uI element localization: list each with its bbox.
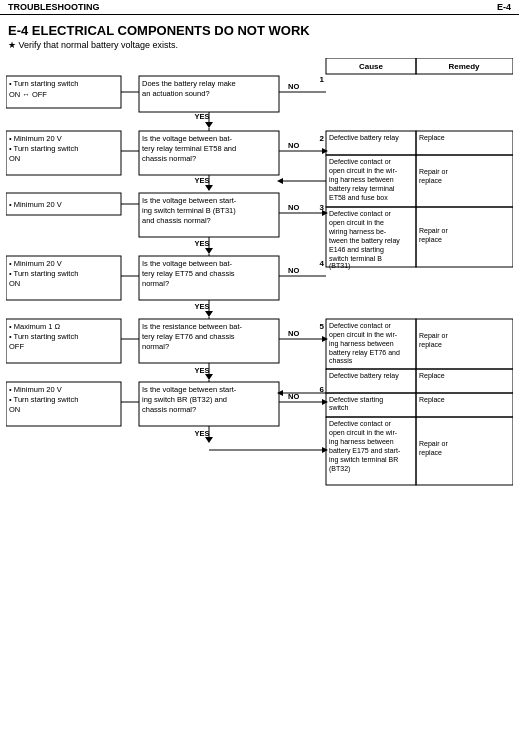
svg-text:1: 1 bbox=[320, 75, 325, 84]
svg-text:YES: YES bbox=[194, 176, 209, 185]
svg-marker-87 bbox=[205, 311, 213, 317]
svg-text:chassis normal?: chassis normal? bbox=[142, 405, 196, 414]
svg-text:open circuit in the wir-: open circuit in the wir- bbox=[329, 331, 398, 339]
svg-text:ing switch BR (BT32) and: ing switch BR (BT32) and bbox=[142, 395, 227, 404]
svg-text:Is the resistance between bat-: Is the resistance between bat- bbox=[142, 322, 243, 331]
svg-text:battery relay ET76 and: battery relay ET76 and bbox=[329, 349, 400, 357]
svg-text:tery relay terminal ET58 and: tery relay terminal ET58 and bbox=[142, 144, 236, 153]
svg-text:ing harness between: ing harness between bbox=[329, 340, 394, 348]
svg-text:Defective contact or: Defective contact or bbox=[329, 158, 392, 165]
svg-text:ing harness between: ing harness between bbox=[329, 176, 394, 184]
svg-text:4: 4 bbox=[320, 259, 325, 268]
svg-text:• Minimum 20 V: • Minimum 20 V bbox=[9, 385, 62, 394]
svg-text:replace: replace bbox=[419, 449, 442, 457]
header-right: E-4 bbox=[497, 2, 511, 12]
svg-text:NO: NO bbox=[288, 82, 299, 91]
svg-text:• Minimum 20 V: • Minimum 20 V bbox=[9, 134, 62, 143]
svg-text:switch: switch bbox=[329, 404, 349, 411]
svg-text:YES: YES bbox=[194, 429, 209, 438]
subtitle-text: ★ Verify that normal battery voltage exi… bbox=[8, 40, 178, 50]
svg-text:Defective contact or: Defective contact or bbox=[329, 420, 392, 427]
svg-marker-141 bbox=[322, 447, 328, 453]
svg-marker-29 bbox=[322, 148, 328, 154]
svg-marker-72 bbox=[205, 248, 213, 254]
svg-text:an actuation sound?: an actuation sound? bbox=[142, 89, 210, 98]
svg-text:ing switch terminal B (BT31): ing switch terminal B (BT31) bbox=[142, 206, 236, 215]
svg-text:ON: ON bbox=[9, 405, 20, 414]
svg-text:NO: NO bbox=[288, 329, 299, 338]
svg-marker-100 bbox=[322, 336, 328, 342]
svg-text:• Turn starting switch: • Turn starting switch bbox=[9, 79, 78, 88]
page: TROUBLESHOOTING E-4 E-4 ELECTRICAL COMPO… bbox=[0, 0, 519, 751]
svg-text:ing switch terminal BR: ing switch terminal BR bbox=[329, 456, 398, 464]
svg-text:normal?: normal? bbox=[142, 342, 169, 351]
svg-text:Defective starting: Defective starting bbox=[329, 396, 383, 404]
svg-text:Defective battery relay: Defective battery relay bbox=[329, 134, 399, 142]
svg-text:chassis: chassis bbox=[329, 357, 353, 364]
svg-text:Is the voltage between start-: Is the voltage between start- bbox=[142, 385, 237, 394]
svg-marker-47 bbox=[277, 178, 283, 184]
svg-text:YES: YES bbox=[194, 112, 209, 121]
svg-text:YES: YES bbox=[194, 366, 209, 375]
svg-text:NO: NO bbox=[288, 203, 299, 212]
svg-marker-16 bbox=[205, 122, 213, 128]
svg-marker-139 bbox=[205, 437, 213, 443]
svg-text:tery relay ET76 and chassis: tery relay ET76 and chassis bbox=[142, 332, 235, 341]
svg-text:Cause: Cause bbox=[359, 62, 384, 71]
svg-text:switch terminal B: switch terminal B bbox=[329, 255, 382, 262]
svg-text:5: 5 bbox=[320, 322, 325, 331]
svg-text:Replace: Replace bbox=[419, 396, 445, 404]
svg-text:Is the voltage between start-: Is the voltage between start- bbox=[142, 196, 237, 205]
svg-marker-58 bbox=[322, 210, 328, 216]
svg-text:E146 and starting: E146 and starting bbox=[329, 246, 384, 254]
svg-text:open circuit in the wir-: open circuit in the wir- bbox=[329, 167, 398, 175]
svg-text:open circuit in the wir-: open circuit in the wir- bbox=[329, 429, 398, 437]
svg-text:open circuit in the: open circuit in the bbox=[329, 219, 384, 227]
svg-text:tery relay ET75 and chassis: tery relay ET75 and chassis bbox=[142, 269, 235, 278]
svg-text:ON: ON bbox=[9, 154, 20, 163]
svg-text:Repair or: Repair or bbox=[419, 168, 448, 176]
svg-text:normal?: normal? bbox=[142, 279, 169, 288]
svg-marker-36 bbox=[205, 185, 213, 191]
svg-text:Remedy: Remedy bbox=[448, 62, 480, 71]
svg-text:(BT32): (BT32) bbox=[329, 465, 350, 473]
svg-text:Defective contact or: Defective contact or bbox=[329, 322, 392, 329]
svg-text:Replace: Replace bbox=[419, 134, 445, 142]
svg-text:ON: ON bbox=[9, 279, 20, 288]
svg-text:• Minimum 20 V: • Minimum 20 V bbox=[9, 200, 62, 209]
svg-text:replace: replace bbox=[419, 341, 442, 349]
svg-text:tween the battery relay: tween the battery relay bbox=[329, 237, 400, 245]
svg-text:• Turn starting switch: • Turn starting switch bbox=[9, 332, 78, 341]
svg-text:OFF: OFF bbox=[9, 342, 24, 351]
svg-marker-112 bbox=[205, 374, 213, 380]
svg-text:NO: NO bbox=[288, 266, 299, 275]
subtitle: ★ Verify that normal battery voltage exi… bbox=[0, 40, 519, 56]
svg-text:NO: NO bbox=[288, 141, 299, 150]
svg-text:YES: YES bbox=[194, 302, 209, 311]
svg-text:Does the battery relay make: Does the battery relay make bbox=[142, 79, 236, 88]
svg-text:replace: replace bbox=[419, 177, 442, 185]
svg-marker-114 bbox=[277, 390, 283, 396]
svg-text:• Maximum 1 Ω: • Maximum 1 Ω bbox=[9, 322, 61, 331]
svg-text:Defective contact or: Defective contact or bbox=[329, 210, 392, 217]
svg-text:ON ↔ OFF: ON ↔ OFF bbox=[9, 90, 47, 99]
svg-text:and chassis normal?: and chassis normal? bbox=[142, 216, 211, 225]
svg-text:2: 2 bbox=[320, 134, 325, 143]
svg-text:battery relay terminal: battery relay terminal bbox=[329, 185, 395, 193]
svg-text:• Turn starting switch: • Turn starting switch bbox=[9, 144, 78, 153]
svg-text:Is the voltage between bat-: Is the voltage between bat- bbox=[142, 259, 233, 268]
svg-text:Replace: Replace bbox=[419, 372, 445, 380]
svg-marker-131 bbox=[322, 399, 328, 405]
svg-text:wiring harness be-: wiring harness be- bbox=[328, 228, 387, 236]
svg-text:• Minimum 20 V: • Minimum 20 V bbox=[9, 259, 62, 268]
page-title: E-4 ELECTRICAL COMPONENTS DO NOT WORK bbox=[0, 15, 519, 40]
header-bar: TROUBLESHOOTING E-4 bbox=[0, 0, 519, 15]
svg-text:Repair or: Repair or bbox=[419, 227, 448, 235]
header-left: TROUBLESHOOTING bbox=[8, 2, 100, 12]
svg-text:ET58 and fuse box: ET58 and fuse box bbox=[329, 194, 388, 201]
svg-text:NO: NO bbox=[288, 392, 299, 401]
svg-text:battery E175 and start-: battery E175 and start- bbox=[329, 447, 401, 455]
svg-text:Is the voltage between bat-: Is the voltage between bat- bbox=[142, 134, 233, 143]
svg-text:replace: replace bbox=[419, 236, 442, 244]
svg-text:chassis normal?: chassis normal? bbox=[142, 154, 196, 163]
